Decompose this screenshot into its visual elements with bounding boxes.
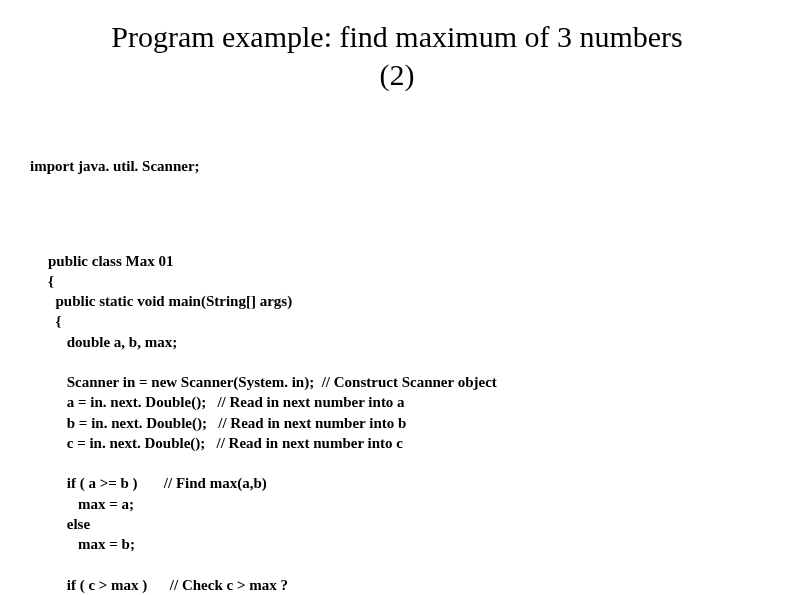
code-line: double a, b, max; xyxy=(48,334,177,350)
code-line: public static void main(String[] args) xyxy=(48,293,292,309)
code-line: { xyxy=(48,313,61,329)
code-line: public class Max 01 xyxy=(48,253,173,269)
code-line: { xyxy=(48,273,54,289)
slide: Program example: find maximum of 3 numbe… xyxy=(0,0,794,595)
code-line: if ( a >= b ) // Find max(a,b) xyxy=(48,475,267,491)
code-line: Scanner in = new Scanner(System. in); //… xyxy=(48,374,497,390)
code-line: c = in. next. Double(); // Read in next … xyxy=(48,435,403,451)
code-block: import java. util. Scanner; public class… xyxy=(30,115,764,595)
slide-title: Program example: find maximum of 3 numbe… xyxy=(30,18,764,93)
code-line: max = a; xyxy=(48,496,134,512)
code-import: import java. util. Scanner; xyxy=(30,156,764,176)
code-line: b = in. next. Double(); // Read in next … xyxy=(48,415,406,431)
title-line-2: (2) xyxy=(380,58,415,91)
code-body: public class Max 01 { public static void… xyxy=(30,230,764,595)
title-line-1: Program example: find maximum of 3 numbe… xyxy=(111,20,683,53)
code-line: a = in. next. Double(); // Read in next … xyxy=(48,394,405,410)
code-line: if ( c > max ) // Check c > max ? xyxy=(48,577,288,593)
code-line: max = b; xyxy=(48,536,135,552)
code-line: else xyxy=(48,516,90,532)
